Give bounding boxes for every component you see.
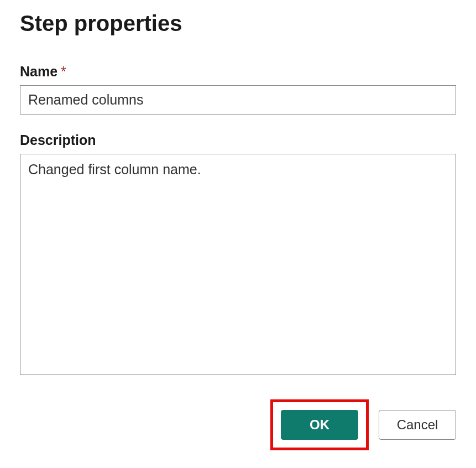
ok-button[interactable]: OK [281,410,358,440]
description-field-group: Description [20,132,456,377]
name-label: Name [20,64,57,80]
name-required-marker: * [61,64,66,80]
ok-button-highlight: OK [270,399,369,450]
dialog-title: Step properties [20,11,456,36]
description-label-row: Description [20,132,456,148]
description-input[interactable] [20,154,456,375]
name-field-group: Name * [20,64,456,115]
name-input[interactable] [20,85,456,115]
description-label: Description [20,132,96,148]
step-properties-dialog: Step properties Name * Description OK Ca… [0,0,476,468]
cancel-button[interactable]: Cancel [379,410,456,440]
dialog-button-row: OK Cancel [20,399,456,450]
name-label-row: Name * [20,64,456,80]
